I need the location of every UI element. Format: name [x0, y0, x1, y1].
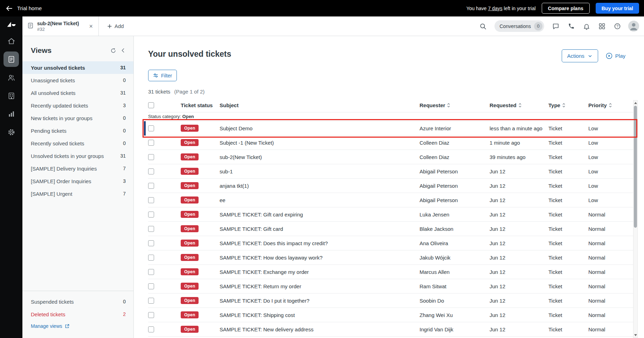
ticket-tab[interactable]: sub-2(New Ticket) #32 × — [22, 16, 99, 36]
refresh-views-icon[interactable] — [108, 46, 118, 55]
ticket-row[interactable]: Openanjana tkt(1)Abigail PetersonJun 12T… — [148, 179, 634, 193]
row-checkbox[interactable] — [148, 168, 154, 174]
views-icon[interactable] — [4, 51, 19, 67]
ticket-priority: Low — [588, 168, 598, 174]
row-checkbox[interactable] — [148, 125, 154, 131]
ticket-subject[interactable]: SAMPLE TICKET: Gift card expiring — [220, 212, 303, 218]
view-item[interactable]: New tickets in your groups0 — [22, 112, 133, 124]
notifications-bell-icon[interactable] — [580, 20, 593, 33]
view-item[interactable]: [SAMPLE] Delivery Inquiries7 — [22, 162, 133, 175]
ticket-status-badge: Open — [181, 196, 199, 204]
reporting-icon[interactable] — [4, 106, 19, 122]
ticket-row[interactable]: OpenSAMPLE TICKET: Gift cardBlake Jackso… — [148, 222, 634, 236]
column-header-priority[interactable]: Priority — [588, 100, 634, 112]
ticket-subject[interactable]: SAMPLE TICKET: Gift card — [220, 226, 283, 232]
row-checkbox[interactable] — [148, 298, 154, 304]
customers-icon[interactable] — [4, 70, 19, 85]
collapse-panel-icon[interactable] — [118, 46, 128, 55]
view-item[interactable]: Deleted tickets2 — [22, 308, 133, 320]
row-checkbox[interactable] — [148, 255, 154, 261]
scrollbar-thumb[interactable] — [634, 106, 637, 228]
phone-icon[interactable] — [565, 20, 578, 33]
actions-button[interactable]: Actions — [562, 49, 598, 62]
column-header-requester[interactable]: Requester — [420, 100, 490, 112]
view-item[interactable]: [SAMPLE] Order Inquiries3 — [22, 175, 133, 187]
buy-trial-button[interactable]: Buy your trial — [596, 3, 639, 14]
ticket-subject[interactable]: SAMPLE TICKET: Return my order — [220, 283, 301, 289]
ticket-row[interactable]: OpenSAMPLE TICKET: Exchange my orderMarc… — [148, 265, 634, 279]
view-item[interactable]: Recently updated tickets3 — [22, 99, 133, 112]
filter-button[interactable]: Filter — [148, 70, 177, 81]
row-checkbox[interactable] — [148, 240, 154, 246]
ticket-subject[interactable]: sub-2(New Ticket) — [220, 154, 262, 160]
view-item[interactable]: Unassigned tickets0 — [22, 74, 133, 87]
select-all-checkbox[interactable] — [148, 102, 154, 108]
row-checkbox[interactable] — [148, 197, 154, 203]
ticket-subject[interactable]: SAMPLE TICKET: New delivery address — [220, 326, 313, 332]
admin-gear-icon[interactable] — [4, 124, 19, 140]
conversations-button[interactable]: Conversations 0 — [494, 20, 545, 32]
row-checkbox[interactable] — [148, 312, 154, 318]
ticket-row[interactable]: OpenSAMPLE TICKET: Shipping costZhang We… — [148, 308, 634, 322]
search-icon[interactable] — [476, 20, 490, 33]
row-checkbox[interactable] — [148, 326, 154, 332]
ticket-status-badge: Open — [181, 254, 199, 261]
apps-grid-icon[interactable] — [595, 20, 609, 33]
ticket-subject[interactable]: SAMPLE TICKET: Shipping cost — [220, 312, 295, 318]
view-item[interactable]: [SAMPLE] Urgent7 — [22, 187, 133, 200]
add-tab-button[interactable]: Add — [107, 16, 124, 36]
tab-close-icon[interactable]: × — [88, 22, 94, 30]
ticket-subject[interactable]: Subject Demo — [220, 125, 252, 131]
ticket-row[interactable]: OpeneeAbigail PetersonJun 12TicketLow — [148, 193, 634, 207]
row-checkbox[interactable] — [148, 140, 154, 146]
play-button[interactable]: Play — [606, 53, 625, 59]
ticket-row[interactable]: OpenSAMPLE TICKET: Do I put it together?… — [148, 294, 634, 308]
ticket-row[interactable]: OpenSAMPLE TICKET: New delivery addressI… — [148, 322, 634, 337]
view-item[interactable]: Unsolved tickets in your groups31 — [22, 150, 133, 162]
view-item[interactable]: Pending tickets0 — [22, 124, 133, 137]
manage-views-link[interactable]: Manage views — [22, 320, 133, 338]
ticket-row[interactable]: OpenSAMPLE TICKET: Return my orderRam Si… — [148, 279, 634, 294]
ticket-row[interactable]: OpenSubject -1 (New Ticket)Colleen Diaz1… — [148, 136, 634, 150]
ticket-row[interactable]: OpenSAMPLE TICKET: Gift card expiringLuk… — [148, 207, 634, 222]
ticket-row[interactable]: Opensub-2(New Ticket)Colleen Diaz39 minu… — [148, 150, 634, 164]
ticket-row[interactable]: OpenSAMPLE TICKET: Does this impact my c… — [148, 236, 634, 250]
ticket-subject[interactable]: SAMPLE TICKET: How does layaway work? — [220, 255, 323, 261]
row-checkbox[interactable] — [148, 212, 154, 218]
user-avatar[interactable] — [628, 21, 639, 32]
help-icon[interactable]: ? — [611, 20, 624, 33]
ticket-subject[interactable]: ee — [220, 197, 226, 203]
view-item[interactable]: Recently solved tickets0 — [22, 137, 133, 150]
row-checkbox[interactable] — [148, 269, 154, 275]
ticket-type: Ticket — [548, 255, 562, 261]
ticket-subject[interactable]: SAMPLE TICKET: Exchange my order — [220, 269, 309, 275]
row-checkbox[interactable] — [148, 183, 154, 189]
view-item[interactable]: All unsolved tickets31 — [22, 87, 133, 99]
ticket-subject[interactable]: sub-1 — [220, 168, 233, 174]
row-checkbox[interactable] — [148, 226, 154, 232]
scroll-up-arrow[interactable] — [633, 101, 637, 105]
back-arrow-icon[interactable] — [6, 6, 13, 11]
ticket-priority: Low — [588, 140, 598, 146]
ticket-row[interactable]: OpenSubject DemoAzure Interiorless than … — [148, 121, 634, 136]
scroll-down-arrow[interactable] — [633, 333, 637, 338]
compare-plans-button[interactable]: Compare plans — [542, 3, 590, 14]
ticket-subject[interactable]: anjana tkt(1) — [220, 183, 249, 189]
trial-home-link[interactable]: Trial home — [17, 5, 42, 11]
ticket-subject[interactable]: SAMPLE TICKET: Does this impact my credi… — [220, 240, 328, 246]
view-item[interactable]: Your unsolved tickets31 — [22, 61, 133, 74]
home-icon[interactable] — [4, 33, 19, 49]
trial-days-link[interactable]: 7 days — [488, 6, 502, 11]
ticket-requested: Jun 12 — [490, 168, 505, 174]
ticket-subject[interactable]: SAMPLE TICKET: Do I put it together? — [220, 298, 310, 304]
organizations-icon[interactable] — [4, 88, 19, 103]
ticket-subject[interactable]: Subject -1 (New Ticket) — [220, 140, 274, 146]
column-header-type[interactable]: Type — [548, 100, 588, 112]
ticket-row[interactable]: OpenSAMPLE TICKET: How does layaway work… — [148, 250, 634, 265]
chat-icon[interactable] — [549, 20, 562, 33]
view-item[interactable]: Suspended tickets0 — [22, 295, 133, 308]
row-checkbox[interactable] — [148, 154, 154, 160]
row-checkbox[interactable] — [148, 283, 154, 289]
ticket-row[interactable]: Opensub-1Abigail PetersonJun 12TicketLow — [148, 164, 634, 179]
column-header-requested[interactable]: Requested — [490, 100, 548, 112]
